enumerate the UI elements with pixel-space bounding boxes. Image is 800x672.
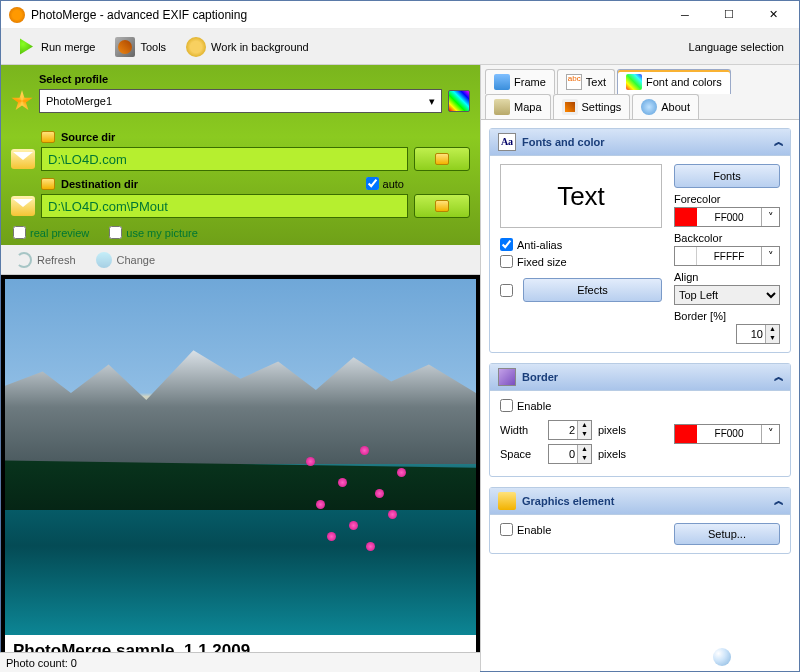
tab-map[interactable]: Mapa [485, 94, 551, 119]
antialias-checkbox[interactable]: Anti-alias [500, 238, 662, 251]
titlebar: PhotoMerge - advanced EXIF captioning ─ … [1, 1, 799, 29]
panel-fonts-header[interactable]: Aa Fonts and color ︽ [490, 129, 790, 156]
chevron-down-icon: ˅ [761, 247, 779, 265]
source-dir-input[interactable] [41, 147, 408, 171]
fonts-icon: Aa [498, 133, 516, 151]
tab-frame[interactable]: Frame [485, 69, 555, 94]
panel-graphics: Graphics element ︽ Enable Setup... [489, 487, 791, 554]
status-bar: Photo count: 0 [0, 652, 480, 672]
backcolor-picker[interactable]: FFFFF˅ [674, 246, 780, 266]
change-button[interactable]: Change [87, 248, 165, 272]
close-button[interactable]: ✕ [751, 4, 795, 26]
border-enable-checkbox[interactable]: Enable [500, 399, 662, 412]
preview-area: PhotoMerge sample, 1.1.2009 [1, 275, 480, 671]
collapse-icon[interactable]: ︽ [774, 494, 782, 508]
dest-dir-label: Destination dir [61, 178, 138, 190]
work-background-button[interactable]: Work in background [177, 33, 318, 61]
tab-settings[interactable]: Settings [553, 94, 631, 119]
folder-icon [435, 200, 449, 212]
background-icon [186, 37, 206, 57]
border-width-spinner[interactable]: ▲▼ [548, 420, 592, 440]
tools-icon [115, 37, 135, 57]
collapse-icon[interactable]: ︽ [774, 135, 782, 149]
folder-icon [41, 178, 55, 190]
collapse-icon[interactable]: ︽ [774, 370, 782, 384]
dest-dir-input[interactable] [41, 194, 408, 218]
source-browse-button[interactable] [414, 147, 470, 171]
panel-graphics-header[interactable]: Graphics element ︽ [490, 488, 790, 515]
graphics-icon [498, 492, 516, 510]
pixels-label: pixels [598, 448, 626, 460]
tab-about[interactable]: About [632, 94, 699, 119]
border-pct-spinner[interactable]: ▲▼ [736, 324, 780, 344]
tabs-row-2: Mapa Settings About [481, 94, 799, 119]
star-icon [11, 90, 33, 112]
fonts-button[interactable]: Fonts [674, 164, 780, 188]
tab-font-colors[interactable]: Font and colors [617, 69, 731, 94]
main-toolbar: Run merge Tools Work in background Langu… [1, 29, 799, 65]
border-color-picker[interactable]: FF000˅ [674, 424, 780, 444]
source-mail-icon [11, 149, 35, 169]
panel-border: Border ︽ Enable Width ▲▼ pixels [489, 363, 791, 477]
graphics-enable-checkbox[interactable]: Enable [500, 523, 662, 536]
tab-text[interactable]: Text [557, 69, 615, 94]
refresh-button[interactable]: Refresh [7, 248, 85, 272]
folder-icon [435, 153, 449, 165]
select-profile-label: Select profile [39, 73, 108, 85]
auto-checkbox[interactable]: auto [366, 177, 404, 190]
tools-button[interactable]: Tools [106, 33, 175, 61]
dest-browse-button[interactable] [414, 194, 470, 218]
run-merge-button[interactable]: Run merge [7, 33, 104, 61]
minimize-button[interactable]: ─ [663, 4, 707, 26]
left-pane: Select profile PhotoMerge1 ▾ Source dir [1, 65, 481, 671]
color-picker-button[interactable] [448, 90, 470, 112]
run-icon [16, 37, 36, 57]
font-icon [626, 74, 642, 90]
window-title: PhotoMerge - advanced EXIF captioning [31, 8, 663, 22]
profile-combo[interactable]: PhotoMerge1 ▾ [39, 89, 442, 113]
background-label: Work in background [211, 41, 309, 53]
forecolor-label: Forecolor [674, 193, 780, 205]
profile-panel: Select profile PhotoMerge1 ▾ Source dir [1, 65, 480, 245]
chevron-down-icon: ˅ [761, 425, 779, 443]
change-icon [96, 252, 112, 268]
app-icon [9, 7, 25, 23]
border-space-label: Space [500, 448, 542, 460]
border-space-spinner[interactable]: ▲▼ [548, 444, 592, 464]
tabs-row-1: Frame Text Font and colors [481, 65, 799, 94]
watermark-icon [713, 648, 731, 666]
align-select[interactable]: Top Left [674, 285, 780, 305]
panels-container[interactable]: Aa Fonts and color ︽ Text Anti-alias Fix… [481, 119, 799, 671]
real-preview-checkbox[interactable]: real preview [13, 226, 89, 239]
align-label: Align [674, 271, 780, 283]
refresh-icon [16, 252, 32, 268]
border-pct-label: Border [%] [674, 310, 780, 322]
right-pane: Frame Text Font and colors Mapa Settings… [481, 65, 799, 671]
about-icon [641, 99, 657, 115]
app-window: PhotoMerge - advanced EXIF captioning ─ … [0, 0, 800, 672]
dest-mail-icon [11, 196, 35, 216]
border-icon [498, 368, 516, 386]
watermark: LO4D.com [713, 648, 790, 666]
preview-toolbar: Refresh Change [1, 245, 480, 275]
use-my-picture-checkbox[interactable]: use my picture [109, 226, 198, 239]
language-selection-button[interactable]: Language selection [680, 37, 793, 57]
backcolor-label: Backcolor [674, 232, 780, 244]
preview-image [5, 279, 476, 635]
text-icon [566, 74, 582, 90]
maximize-button[interactable]: ☐ [707, 4, 751, 26]
panel-fonts: Aa Fonts and color ︽ Text Anti-alias Fix… [489, 128, 791, 353]
settings-icon [562, 99, 578, 115]
language-label: Language selection [689, 41, 784, 53]
effects-button[interactable]: Efects [523, 278, 662, 302]
graphics-setup-button[interactable]: Setup... [674, 523, 780, 545]
forecolor-picker[interactable]: FF000˅ [674, 207, 780, 227]
chevron-down-icon: ▾ [429, 95, 435, 108]
text-preview: Text [500, 164, 662, 228]
fixed-size-checkbox[interactable]: Fixed size [500, 255, 662, 268]
effects-checkbox[interactable] [500, 284, 513, 297]
panel-border-header[interactable]: Border ︽ [490, 364, 790, 391]
source-dir-label: Source dir [61, 131, 115, 143]
photo-count-label: Photo count: [6, 657, 68, 669]
border-width-label: Width [500, 424, 542, 436]
